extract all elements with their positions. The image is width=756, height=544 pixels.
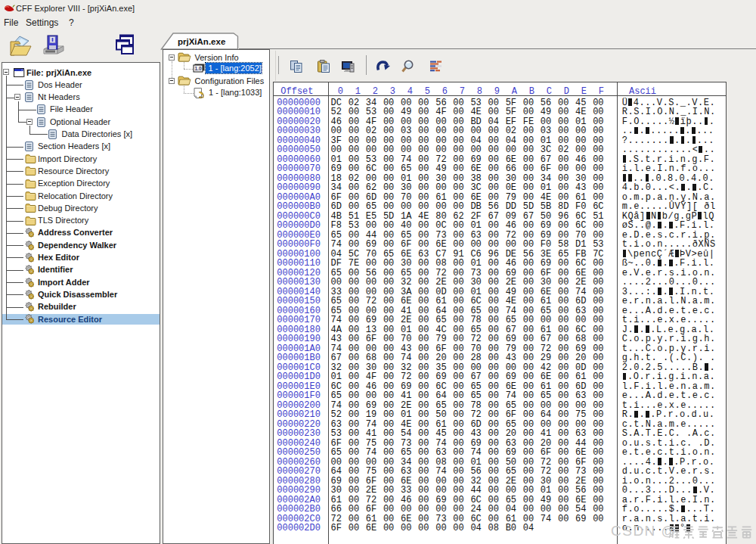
svg-text:1.0: 1.0: [194, 66, 201, 71]
